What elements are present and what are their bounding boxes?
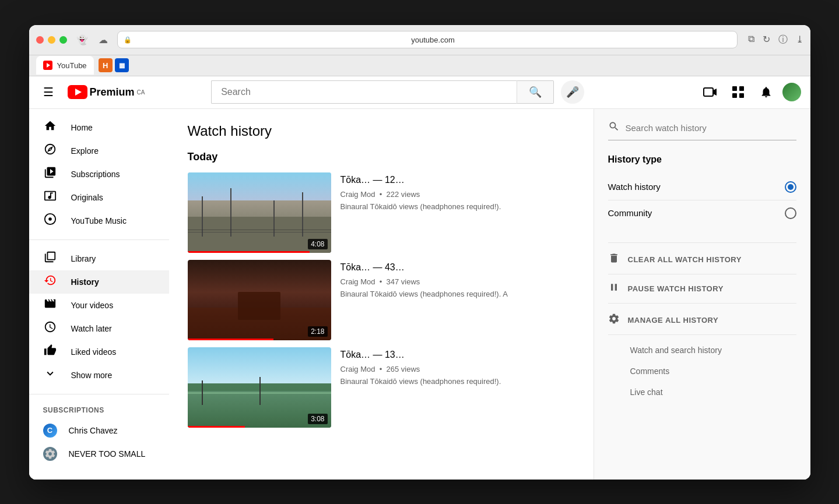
never-too-small-label: NEVER TOO SMALL: [69, 449, 146, 459]
browser-right-icons: ⧉ ↻ ⓘ ⤓: [748, 34, 803, 46]
sidebar-nav-item-watch-later[interactable]: Watch later: [29, 317, 169, 340]
video-progress-bar-3: [188, 426, 245, 428]
watch-history-radio[interactable]: [785, 181, 796, 193]
explore-label: Explore: [71, 146, 99, 156]
search-input[interactable]: [211, 80, 517, 104]
clear-all-label: CLEAR ALL WATCH HISTORY: [628, 255, 742, 264]
library-icon: [43, 251, 57, 266]
gear-icon: [608, 313, 620, 327]
sidebar-divider-2: [29, 394, 169, 394]
video-title-1: Tōka… — 12…: [340, 174, 575, 186]
cloud-icon[interactable]: ☁: [99, 34, 108, 45]
bell-icon: [760, 86, 773, 98]
manage-live-chat-item[interactable]: Live chat: [630, 382, 796, 403]
manage-all-history-button[interactable]: MANAGE ALL HISTORY: [608, 306, 796, 335]
tab-bar: YouTube H ▦: [29, 55, 810, 76]
watch-history-label: Watch history: [608, 182, 661, 192]
extension-h-icon[interactable]: H: [99, 58, 113, 72]
video-channel-1: Craig Mod • 222 views: [340, 190, 575, 199]
video-thumbnail-2[interactable]: 2:18: [188, 260, 331, 340]
clear-all-button[interactable]: CLEAR ALL WATCH HISTORY: [608, 245, 796, 274]
apps-button[interactable]: [726, 80, 750, 104]
watch-history-radio-option[interactable]: Watch history: [608, 174, 796, 200]
video-info-2: Tōka… — 43… Craig Mod • 347 views Binaur…: [340, 260, 575, 300]
liked-videos-label: Liked videos: [71, 347, 117, 357]
explore-icon: [43, 143, 57, 158]
subscription-item-never-too-small[interactable]: NEVER TOO SMALL: [29, 442, 169, 466]
video-item-2: 2:18 Tōka… — 43… Craig Mod • 347 views B…: [188, 260, 575, 340]
sidebar-nav-item-subscriptions[interactable]: Subscriptions: [29, 163, 169, 186]
translate-icon[interactable]: ⧉: [748, 34, 754, 46]
watch-later-label: Watch later: [71, 324, 112, 333]
voice-search-button[interactable]: 🎤: [561, 80, 584, 104]
extension-b-icon[interactable]: ▦: [115, 58, 129, 72]
video-duration-1: 4:08: [308, 239, 327, 249]
create-video-button[interactable]: [698, 80, 722, 104]
community-label: Community: [608, 208, 652, 218]
sidebar-nav-item-history[interactable]: History: [29, 270, 169, 294]
video-description-2: Binaural Tōkaidō views (headphones requi…: [340, 288, 575, 300]
close-button[interactable]: [36, 36, 44, 44]
svg-point-11: [48, 217, 52, 221]
pause-icon: [608, 281, 620, 296]
yt-right-panel: History type Watch history Community: [594, 109, 810, 480]
url-text: youtube.com: [135, 36, 731, 44]
video-progress-bar-2: [188, 339, 274, 340]
manage-watch-search-item[interactable]: Watch and search history: [630, 340, 796, 361]
address-bar[interactable]: 🔒 youtube.com: [117, 31, 738, 48]
sidebar-nav-item-library[interactable]: Library: [29, 247, 169, 270]
sidebar-nav-item-explore[interactable]: Explore: [29, 139, 169, 163]
create-icon: [703, 85, 717, 99]
notifications-button[interactable]: [754, 80, 778, 104]
manage-all-history-label: MANAGE ALL HISTORY: [628, 316, 719, 325]
pause-watch-history-button[interactable]: PAUSE WATCH HISTORY: [608, 274, 796, 304]
today-section-title: Today: [188, 151, 575, 163]
video-item-3: 3:08 Tōka… — 13… Craig Mod • 265 views B…: [188, 347, 575, 428]
info-icon[interactable]: ⓘ: [778, 34, 788, 46]
subscription-item-chris-chavez[interactable]: C Chris Chavez: [29, 419, 169, 442]
minimize-button[interactable]: [48, 36, 55, 44]
ghost-icon[interactable]: 👻: [76, 34, 88, 45]
subscriptions-label: Subscriptions: [71, 170, 120, 179]
video-list: 4:08 Tōka… — 12… Craig Mod • 222 views B…: [188, 172, 575, 428]
community-radio-option[interactable]: Community: [608, 200, 796, 226]
watch-later-icon: [43, 320, 57, 336]
grid-icon: [732, 86, 745, 98]
sidebar-nav-item-show-more[interactable]: Show more: [29, 364, 169, 387]
active-tab[interactable]: YouTube: [36, 56, 94, 75]
search-history-box: [608, 121, 796, 140]
maximize-button[interactable]: [59, 36, 67, 44]
hamburger-menu-button[interactable]: ☰: [38, 80, 58, 104]
yt-sidebar: Home Explore Sub: [29, 109, 169, 480]
originals-label: Originals: [71, 193, 103, 202]
sidebar-nav-item-originals[interactable]: Originals: [29, 186, 169, 209]
sidebar-divider-1: [29, 239, 169, 240]
library-label: Library: [71, 254, 96, 263]
reload-icon[interactable]: ↻: [763, 34, 770, 46]
svg-rect-6: [732, 86, 737, 91]
history-label: History: [71, 277, 99, 287]
yt-content: Watch history Today: [169, 109, 594, 480]
sidebar-nav-item-liked[interactable]: Liked videos: [29, 340, 169, 364]
browser-titlebar: 👻 ☁ 🔒 youtube.com ⧉ ↻ ⓘ ⤓: [29, 25, 810, 55]
sidebar-nav-item-ytmusic[interactable]: YouTube Music: [29, 209, 169, 232]
video-thumbnail-3[interactable]: 3:08: [188, 347, 331, 428]
sidebar-nav-item-home[interactable]: Home: [29, 116, 169, 139]
video-thumbnail-1[interactable]: 4:08: [188, 172, 331, 253]
video-title-2: Tōka… — 43…: [340, 261, 575, 274]
community-radio[interactable]: [785, 207, 796, 219]
lock-icon: 🔒: [124, 36, 132, 44]
download-icon[interactable]: ⤓: [796, 34, 803, 46]
svg-rect-7: [739, 86, 744, 91]
chris-chavez-avatar: C: [43, 424, 57, 438]
sidebar-nav-item-your-videos[interactable]: Your videos: [29, 294, 169, 317]
video-channel-2: Craig Mod • 347 views: [340, 277, 575, 286]
search-history-input[interactable]: [626, 123, 796, 133]
search-button[interactable]: 🔍: [517, 80, 554, 104]
ytmusic-icon: [43, 213, 57, 228]
page-title: Watch history: [188, 123, 575, 139]
avatar[interactable]: [782, 83, 801, 101]
your-videos-label: Your videos: [71, 301, 114, 310]
manage-comments-item[interactable]: Comments: [630, 361, 796, 382]
manage-sub-items: Watch and search history Comments Live c…: [608, 340, 796, 403]
